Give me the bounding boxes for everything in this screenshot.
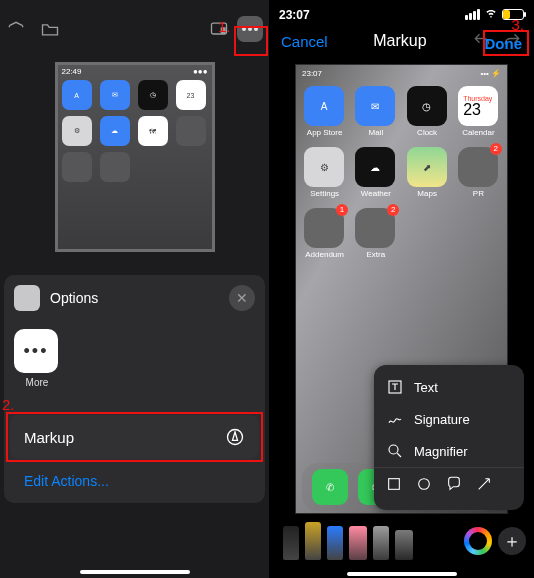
add-shape-popup: Text Signature Magnifier: [374, 365, 524, 510]
svg-point-2: [242, 27, 246, 31]
status-time: 23:07: [279, 8, 310, 22]
done-button[interactable]: Done: [485, 35, 523, 52]
markup-accessory-icon: [225, 427, 245, 447]
more-button[interactable]: [237, 16, 263, 42]
color-picker[interactable]: [464, 527, 492, 555]
markup-action[interactable]: Markup: [10, 415, 259, 459]
add-button[interactable]: ＋: [498, 527, 526, 555]
more-app[interactable]: ••• More: [14, 329, 60, 388]
cancel-button[interactable]: Cancel: [281, 33, 328, 50]
edit-actions-link[interactable]: Edit Actions...: [10, 461, 259, 501]
app-maps-icon: ⬈: [407, 147, 447, 187]
magnifier-icon: [386, 442, 404, 460]
signature-icon: [386, 410, 404, 428]
pen-tool[interactable]: [283, 526, 299, 560]
highlighter-tool[interactable]: [305, 522, 321, 560]
shape-arrow-icon[interactable]: [476, 476, 492, 496]
sheet-title: Options: [50, 290, 219, 306]
screenshot-preview[interactable]: 22:49 ●●● A✉◷23 ⚙☁🗺: [0, 50, 269, 250]
home-indicator: [80, 570, 190, 574]
svg-point-9: [419, 479, 430, 490]
pencil-tool[interactable]: [327, 526, 343, 560]
callout-label-1: 1.: [218, 18, 231, 35]
canvas-time: 23:07: [302, 69, 322, 78]
app-calendar-icon: Thursday23: [458, 86, 498, 126]
aspect-icon[interactable]: [6, 19, 26, 39]
folder-addendum-icon: 1: [304, 208, 344, 248]
svg-point-7: [389, 445, 398, 454]
app-weather-icon: ☁: [355, 147, 395, 187]
share-sheet: Options ✕ ••• More 2. Markup Edit Action…: [4, 275, 265, 503]
svg-rect-8: [389, 479, 400, 490]
callout-label-3: 3.: [511, 16, 524, 33]
shape-square-icon[interactable]: [386, 476, 402, 496]
app-clock-icon: ◷: [407, 86, 447, 126]
more-icon: •••: [14, 329, 58, 373]
more-label: More: [14, 377, 60, 388]
folder-extra-icon: 2: [355, 208, 395, 248]
close-icon[interactable]: ✕: [229, 285, 255, 311]
eraser-tool[interactable]: [349, 526, 367, 560]
markup-action-label: Markup: [24, 429, 74, 446]
app-appstore-icon: A: [304, 86, 344, 126]
home-indicator: [347, 572, 457, 576]
shape-circle-icon[interactable]: [416, 476, 432, 496]
popup-text[interactable]: Text: [374, 371, 524, 403]
svg-point-4: [254, 27, 258, 31]
thumb-time: 22:49: [62, 67, 82, 76]
markup-tool-tray: ＋: [269, 518, 534, 564]
folder-icon[interactable]: [40, 19, 60, 39]
shape-speech-icon[interactable]: [446, 476, 462, 496]
app-mail-icon: ✉: [355, 86, 395, 126]
app-settings-icon: ⚙: [304, 147, 344, 187]
status-bar: 23:07: [269, 0, 534, 23]
dock-phone-icon: ✆: [312, 469, 348, 505]
ruler-tool[interactable]: [395, 530, 413, 560]
popup-shapes-row: [374, 467, 524, 504]
callout-label-2: 2.: [2, 396, 263, 413]
sheet-thumbnail-icon: [14, 285, 40, 311]
text-icon: [386, 378, 404, 396]
lasso-tool[interactable]: [373, 526, 389, 560]
cellular-icon: [465, 9, 480, 20]
canvas-status-icons: ••• ⚡: [480, 69, 501, 78]
nav-title: Markup: [328, 32, 472, 50]
wifi-icon: [484, 6, 498, 23]
thumb-status-icons: ●●●: [193, 67, 208, 76]
popup-magnifier[interactable]: Magnifier: [374, 435, 524, 467]
popup-signature[interactable]: Signature: [374, 403, 524, 435]
svg-point-3: [248, 27, 252, 31]
folder-pr-icon: 2: [458, 147, 498, 187]
